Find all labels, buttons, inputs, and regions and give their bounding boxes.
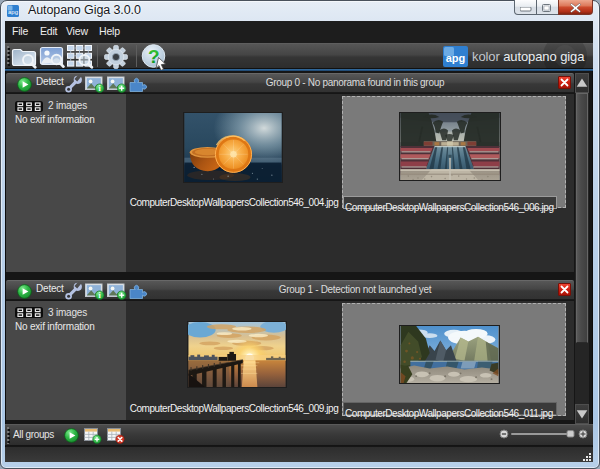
svg-text:apg: apg bbox=[8, 9, 18, 15]
svg-text:apg: apg bbox=[446, 52, 466, 64]
